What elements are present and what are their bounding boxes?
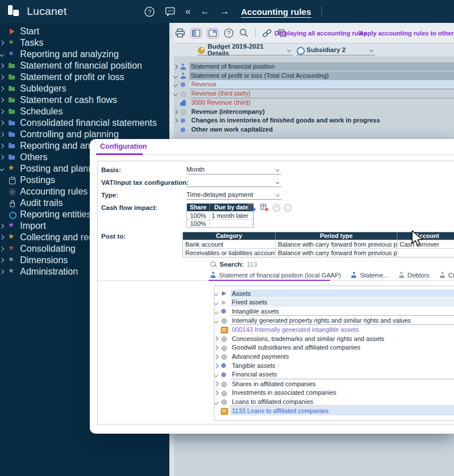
view-layout-icon[interactable] xyxy=(207,28,218,38)
expand-chevron-icon[interactable] xyxy=(214,400,218,404)
expand-chevron-icon[interactable] xyxy=(0,86,4,91)
expand-chevron-icon[interactable] xyxy=(0,144,4,148)
cashflow-row[interactable]: 100% xyxy=(187,219,253,227)
field-dropdown[interactable] xyxy=(186,177,281,187)
expand-chevron-icon[interactable] xyxy=(0,64,4,68)
accounts-tree-row[interactable]: Internally generated property rights and… xyxy=(214,316,454,325)
rules-tree-row[interactable]: Changes in inventories of finished goods… xyxy=(174,116,454,125)
sidebar-item[interactable]: Statement of profit or loss xyxy=(0,72,169,83)
expand-chevron-icon[interactable] xyxy=(0,258,4,263)
accounts-tree-row[interactable]: Financial assets xyxy=(214,370,454,379)
category-cell[interactable]: Bank account xyxy=(183,240,276,248)
account-cell[interactable] xyxy=(397,248,454,257)
help-icon[interactable]: ? xyxy=(224,28,234,38)
tab-configuration[interactable]: Configuration xyxy=(100,142,147,150)
expand-chevron-icon[interactable] xyxy=(0,109,4,114)
expand-chevron-icon[interactable] xyxy=(173,109,178,114)
rules-tree-row[interactable]: Other own work capitalized xyxy=(174,125,454,134)
sidebar-item[interactable]: Controlling and planning xyxy=(0,129,169,140)
category-cell[interactable]: Receivables or liabilities account xyxy=(183,248,276,257)
due-cell[interactable] xyxy=(210,219,253,227)
move-down-icon[interactable]: ↓ xyxy=(284,204,292,212)
accounts-tree-row[interactable]: 1133 Loans to affiliated companies xyxy=(214,406,454,415)
help-icon[interactable]: ? xyxy=(144,6,155,17)
expand-chevron-icon[interactable] xyxy=(0,235,4,240)
rules-tree-row[interactable]: Statement of profit or loss (Total Cost … xyxy=(174,72,454,81)
dataset-select[interactable]: Budget 2019-2021 Details xyxy=(197,45,293,55)
printer-icon[interactable] xyxy=(175,28,185,38)
rules-tree-row[interactable]: 3000 Revenue (third) xyxy=(174,98,454,108)
sidebar-item[interactable]: Consolidated financial statements xyxy=(0,117,169,129)
accounts-tree-row[interactable]: 000143 Internally generated intangible a… xyxy=(214,325,454,334)
share-cell[interactable]: 100% xyxy=(187,219,210,227)
accounts-tree-row[interactable]: Fixed assets xyxy=(214,298,454,307)
expand-chevron-icon[interactable] xyxy=(173,92,178,96)
chart-of-accounts-tab[interactable]: Cre... xyxy=(439,272,454,279)
accounts-tree-row[interactable]: Loans to affiliated companies xyxy=(214,398,454,407)
period-type-cell[interactable]: Balance with carry forward from previous… xyxy=(276,240,397,248)
expand-chevron-icon[interactable] xyxy=(214,363,218,368)
expand-chevron-icon[interactable] xyxy=(214,318,218,323)
expand-chevron-icon[interactable] xyxy=(214,300,218,305)
chart-of-accounts-tab[interactable]: Statement of financial position (local G… xyxy=(210,272,341,279)
search-icon[interactable] xyxy=(239,28,249,38)
sidebar-item[interactable]: Subledgers xyxy=(0,83,169,94)
sidebar-item[interactable]: Statement of cash flows xyxy=(0,94,169,106)
field-dropdown[interactable]: Month xyxy=(186,165,281,174)
due-cell[interactable]: 1 month later xyxy=(210,211,253,219)
expand-chevron-icon[interactable] xyxy=(214,372,218,377)
account-cell[interactable]: Cash turnover xyxy=(397,240,454,248)
expand-chevron-icon[interactable] xyxy=(0,166,4,171)
post-to-table-row[interactable]: Receivables or liabilities account Balan… xyxy=(183,248,454,257)
view-split-icon[interactable] xyxy=(190,28,202,38)
delete-row-icon[interactable] xyxy=(260,204,269,212)
expand-chevron-icon[interactable] xyxy=(0,75,4,80)
sidebar-item[interactable]: Start xyxy=(0,26,169,37)
rules-tree-row[interactable]: Revenue (intercompany) xyxy=(174,107,454,116)
arrow-right-icon[interactable]: → xyxy=(220,6,229,17)
expand-chevron-icon[interactable] xyxy=(214,355,218,359)
expand-chevron-icon[interactable] xyxy=(0,269,4,274)
rules-tree-row[interactable]: Revenue xyxy=(174,80,454,89)
period-type-cell[interactable]: Balance with carry forward from previous… xyxy=(276,248,397,257)
cashflow-row[interactable]: 100% 1 month later xyxy=(187,211,253,219)
move-up-icon[interactable]: ↑ xyxy=(273,204,280,212)
expand-chevron-icon[interactable] xyxy=(173,74,178,78)
chart-of-accounts-tab[interactable]: Stateme... xyxy=(351,272,388,279)
sidebar-item[interactable]: Schedules xyxy=(0,106,169,117)
sidebar-item[interactable]: Reporting and analyzing xyxy=(0,49,169,60)
expand-chevron-icon[interactable] xyxy=(173,118,178,123)
add-row-icon[interactable] xyxy=(248,204,256,212)
sidebar-item[interactable]: Statement of financial position xyxy=(0,60,169,72)
rules-tree-row[interactable]: Revenue (third party) xyxy=(174,89,454,98)
expand-chevron-icon[interactable] xyxy=(173,65,178,69)
accounts-tree-row[interactable]: Advanced payments xyxy=(214,352,454,362)
sidebar-item[interactable]: Tasks xyxy=(0,37,169,49)
account-search[interactable]: Search: 113 xyxy=(210,261,257,268)
chart-of-accounts-tab[interactable]: Debtors xyxy=(399,272,430,279)
expand-chevron-icon[interactable] xyxy=(214,310,218,314)
accounts-tree-row[interactable]: Tangible assets xyxy=(214,361,454,370)
expand-chevron-icon[interactable] xyxy=(0,98,4,102)
accounts-tree-row[interactable]: Investments in associated companies xyxy=(214,388,454,398)
expand-chevron-icon[interactable] xyxy=(173,82,178,87)
expand-chevron-icon[interactable] xyxy=(0,224,4,228)
expand-chevron-icon[interactable] xyxy=(0,41,4,45)
link-icon[interactable] xyxy=(262,29,272,38)
rules-tree-row[interactable]: Statement of financial position xyxy=(174,62,454,72)
expand-chevron-icon[interactable] xyxy=(0,247,4,251)
double-chevron-left-icon[interactable]: « xyxy=(185,6,190,17)
accounts-tree-row[interactable]: Goodwill subsidiaries and affiliated com… xyxy=(214,343,454,352)
accounts-tree-row[interactable]: Concessions, trademarks and similar righ… xyxy=(214,334,454,343)
expand-chevron-icon[interactable] xyxy=(214,291,218,296)
expand-chevron-icon[interactable] xyxy=(214,336,218,341)
share-cell[interactable]: 100% xyxy=(187,211,210,219)
field-dropdown[interactable]: Time-delayed payment xyxy=(186,190,281,200)
apply-rules-link[interactable]: Apply accounting rules to other jo xyxy=(359,30,454,37)
expand-chevron-icon[interactable] xyxy=(214,346,218,350)
expand-chevron-icon[interactable] xyxy=(214,391,218,395)
accounts-tree-row[interactable]: Assets xyxy=(214,289,454,298)
expand-chevron-icon[interactable] xyxy=(214,382,218,386)
accounts-tree-row[interactable]: Intangible assets xyxy=(214,307,454,316)
chat-icon[interactable] xyxy=(165,6,176,17)
